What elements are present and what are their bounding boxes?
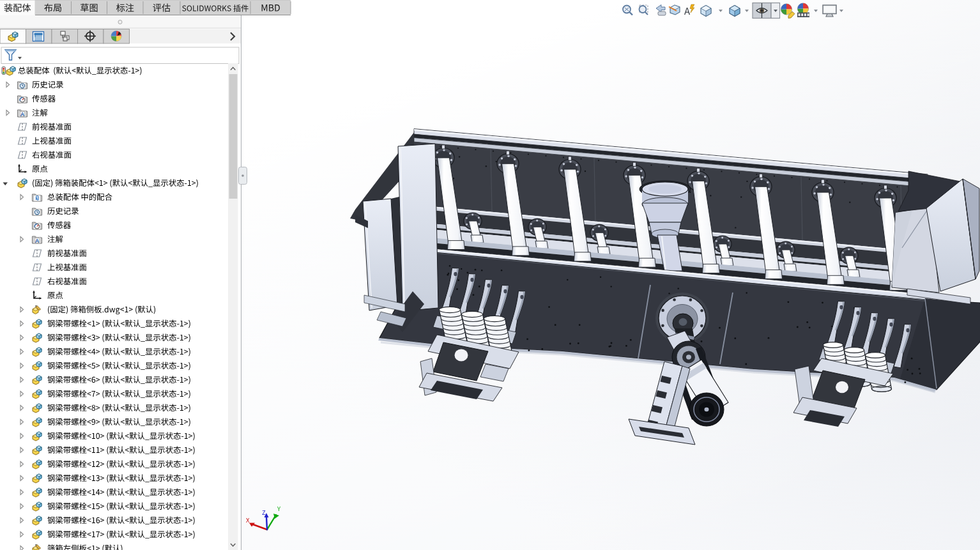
svg-text:A: A xyxy=(20,111,25,118)
svg-text:A: A xyxy=(35,238,40,244)
